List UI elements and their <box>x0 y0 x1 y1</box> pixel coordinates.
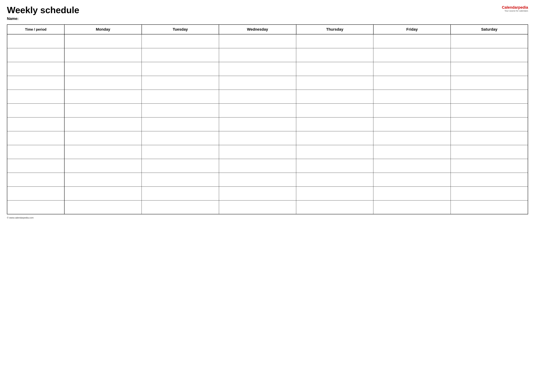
schedule-cell[interactable] <box>64 62 141 76</box>
time-cell[interactable] <box>7 76 64 90</box>
table-row <box>7 200 528 214</box>
table-row <box>7 173 528 187</box>
time-cell[interactable] <box>7 117 64 131</box>
table-row <box>7 103 528 117</box>
schedule-cell[interactable] <box>296 187 373 200</box>
schedule-cell[interactable] <box>219 62 296 76</box>
schedule-cell[interactable] <box>219 131 296 145</box>
time-cell[interactable] <box>7 34 64 48</box>
schedule-cell[interactable] <box>373 131 451 145</box>
schedule-cell[interactable] <box>373 76 451 90</box>
schedule-cell[interactable] <box>296 76 373 90</box>
schedule-cell[interactable] <box>373 103 451 117</box>
schedule-cell[interactable] <box>373 48 451 62</box>
schedule-cell[interactable] <box>296 131 373 145</box>
schedule-cell[interactable] <box>64 200 141 214</box>
schedule-cell[interactable] <box>451 159 528 173</box>
schedule-cell[interactable] <box>296 117 373 131</box>
schedule-cell[interactable] <box>451 145 528 159</box>
schedule-cell[interactable] <box>296 48 373 62</box>
schedule-cell[interactable] <box>219 159 296 173</box>
time-cell[interactable] <box>7 131 64 145</box>
schedule-cell[interactable] <box>64 76 141 90</box>
schedule-cell[interactable] <box>219 200 296 214</box>
schedule-cell[interactable] <box>451 173 528 187</box>
time-cell[interactable] <box>7 187 64 200</box>
schedule-cell[interactable] <box>219 103 296 117</box>
time-cell[interactable] <box>7 90 64 103</box>
schedule-cell[interactable] <box>64 187 141 200</box>
time-cell[interactable] <box>7 103 64 117</box>
schedule-cell[interactable] <box>451 34 528 48</box>
footer: © www.calendarpedia.com <box>7 216 528 219</box>
schedule-cell[interactable] <box>219 48 296 62</box>
schedule-cell[interactable] <box>219 187 296 200</box>
schedule-cell[interactable] <box>64 34 141 48</box>
schedule-cell[interactable] <box>451 117 528 131</box>
schedule-cell[interactable] <box>142 48 219 62</box>
schedule-cell[interactable] <box>142 62 219 76</box>
schedule-cell[interactable] <box>373 90 451 103</box>
schedule-cell[interactable] <box>64 117 141 131</box>
time-cell[interactable] <box>7 145 64 159</box>
schedule-cell[interactable] <box>142 187 219 200</box>
schedule-cell[interactable] <box>64 103 141 117</box>
col-header-time: Time / period <box>7 25 64 34</box>
schedule-cell[interactable] <box>142 117 219 131</box>
schedule-cell[interactable] <box>451 76 528 90</box>
schedule-cell[interactable] <box>296 200 373 214</box>
schedule-cell[interactable] <box>142 159 219 173</box>
time-cell[interactable] <box>7 173 64 187</box>
schedule-cell[interactable] <box>142 200 219 214</box>
schedule-cell[interactable] <box>373 173 451 187</box>
schedule-cell[interactable] <box>142 76 219 90</box>
schedule-cell[interactable] <box>142 34 219 48</box>
schedule-cell[interactable] <box>64 48 141 62</box>
schedule-cell[interactable] <box>142 131 219 145</box>
schedule-cell[interactable] <box>373 159 451 173</box>
schedule-cell[interactable] <box>373 145 451 159</box>
schedule-cell[interactable] <box>64 159 141 173</box>
schedule-cell[interactable] <box>142 173 219 187</box>
schedule-cell[interactable] <box>296 173 373 187</box>
table-row <box>7 48 528 62</box>
schedule-cell[interactable] <box>219 76 296 90</box>
schedule-cell[interactable] <box>451 90 528 103</box>
schedule-cell[interactable] <box>142 103 219 117</box>
schedule-cell[interactable] <box>64 145 141 159</box>
schedule-cell[interactable] <box>451 48 528 62</box>
schedule-cell[interactable] <box>373 187 451 200</box>
schedule-cell[interactable] <box>373 34 451 48</box>
schedule-cell[interactable] <box>64 90 141 103</box>
col-header-friday: Friday <box>373 25 451 34</box>
schedule-cell[interactable] <box>64 173 141 187</box>
schedule-cell[interactable] <box>373 62 451 76</box>
schedule-cell[interactable] <box>451 131 528 145</box>
schedule-cell[interactable] <box>219 145 296 159</box>
schedule-cell[interactable] <box>219 117 296 131</box>
col-header-thursday: Thursday <box>296 25 373 34</box>
time-cell[interactable] <box>7 200 64 214</box>
schedule-cell[interactable] <box>296 62 373 76</box>
schedule-cell[interactable] <box>296 159 373 173</box>
time-cell[interactable] <box>7 62 64 76</box>
schedule-cell[interactable] <box>219 90 296 103</box>
schedule-cell[interactable] <box>373 117 451 131</box>
schedule-cell[interactable] <box>64 131 141 145</box>
schedule-cell[interactable] <box>451 187 528 200</box>
schedule-cell[interactable] <box>296 145 373 159</box>
schedule-cell[interactable] <box>451 200 528 214</box>
table-header-row: Time / period Monday Tuesday Wednesday T… <box>7 25 528 34</box>
schedule-cell[interactable] <box>219 173 296 187</box>
schedule-cell[interactable] <box>142 145 219 159</box>
schedule-cell[interactable] <box>451 62 528 76</box>
schedule-cell[interactable] <box>296 34 373 48</box>
schedule-cell[interactable] <box>451 103 528 117</box>
schedule-cell[interactable] <box>296 90 373 103</box>
schedule-cell[interactable] <box>219 34 296 48</box>
schedule-cell[interactable] <box>142 90 219 103</box>
time-cell[interactable] <box>7 48 64 62</box>
schedule-cell[interactable] <box>296 103 373 117</box>
time-cell[interactable] <box>7 159 64 173</box>
schedule-cell[interactable] <box>373 200 451 214</box>
